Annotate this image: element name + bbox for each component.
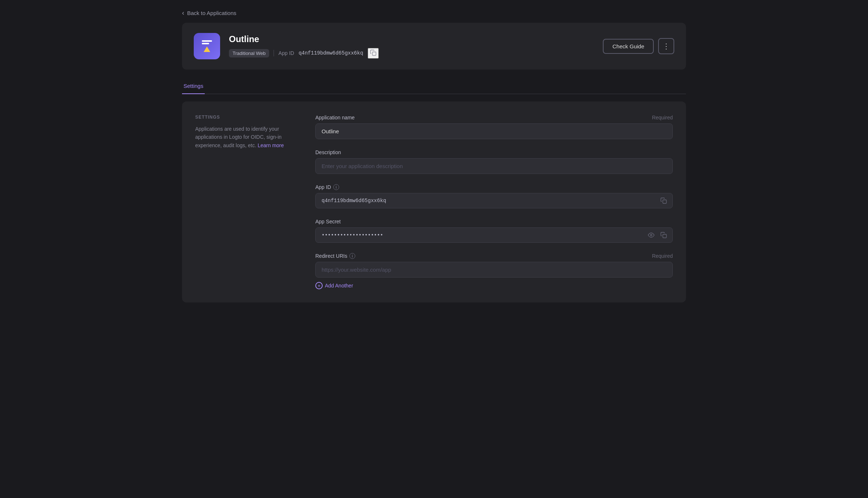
field-description: Description [315,149,673,174]
back-to-applications-link[interactable]: ‹ Back to Applications [182,6,236,20]
copy-app-id-field-button[interactable] [660,197,668,205]
copy-secret-button[interactable] [660,231,668,239]
learn-more-link[interactable]: Learn more [257,142,284,148]
toggle-secret-visibility-button[interactable] [647,231,655,239]
back-link-label: Back to Applications [187,10,236,16]
app-id-field-label: App ID i [315,184,339,190]
svg-rect-3 [663,234,667,238]
redirect-uris-required: Required [652,253,673,259]
app-name: Outline [229,34,594,44]
icon-line-1 [202,40,212,42]
app-name-label: Application name [315,115,355,120]
app-secret-input[interactable] [315,227,673,243]
field-redirect-uris: Redirect URIs i Required + Add Another [315,253,673,289]
field-app-id-header: App ID i [315,184,673,190]
icon-line-2 [202,43,209,44]
app-id-info-icon: i [333,184,339,190]
app-id-input-wrapper [315,193,673,208]
app-icon [194,33,220,59]
settings-sidebar: SETTINGS Applications are used to identi… [195,115,298,289]
svg-rect-0 [372,52,376,55]
add-another-icon: + [315,282,323,289]
app-secret-input-wrapper [315,227,673,243]
tabs-bar: Settings [182,78,686,94]
app-meta: Traditional Web App ID q4nf119bdmw6d65gx… [229,48,594,59]
icon-lines [202,40,212,44]
svg-point-2 [650,234,652,236]
settings-description: Applications are used to identify your a… [195,125,298,149]
app-info: Outline Traditional Web App ID q4nf119bd… [229,34,594,59]
app-secret-label: App Secret [315,219,673,224]
more-options-button[interactable]: ⋮ [658,38,674,54]
add-another-button[interactable]: + Add Another [315,282,353,289]
field-app-name: Application name Required [315,115,673,139]
app-id-field-input[interactable] [315,193,673,208]
app-type-badge: Traditional Web [229,49,269,57]
app-name-input[interactable] [315,123,673,139]
app-icon-inner [202,40,212,52]
field-app-id: App ID i [315,184,673,208]
check-guide-button[interactable]: Check Guide [603,39,654,54]
description-label: Description [315,149,673,155]
more-icon: ⋮ [663,42,670,51]
settings-section-title: SETTINGS [195,115,298,120]
add-another-label: Add Another [325,283,353,289]
icon-triangle [204,47,210,52]
back-arrow-icon: ‹ [182,10,184,16]
redirect-uri-input[interactable] [315,262,673,278]
copy-app-id-button[interactable] [368,48,379,59]
app-header-card: Outline Traditional Web App ID q4nf119bd… [182,23,686,70]
settings-form: Application name Required Description Ap… [315,115,673,289]
field-app-secret: App Secret [315,219,673,243]
redirect-uris-label: Redirect URIs i [315,253,355,259]
description-input[interactable] [315,158,673,174]
settings-card: SETTINGS Applications are used to identi… [182,101,686,302]
redirect-uris-info-icon: i [349,253,355,259]
app-id-label: App ID [278,50,294,56]
app-id-value: q4nf119bdmw6d65gxx6kq [298,50,363,56]
field-app-name-header: Application name Required [315,115,673,120]
header-actions: Check Guide ⋮ [603,38,674,54]
svg-rect-1 [663,200,667,204]
field-redirect-uris-header: Redirect URIs i Required [315,253,673,259]
tab-settings[interactable]: Settings [182,78,205,94]
meta-divider [274,50,274,56]
app-name-required: Required [652,115,673,120]
